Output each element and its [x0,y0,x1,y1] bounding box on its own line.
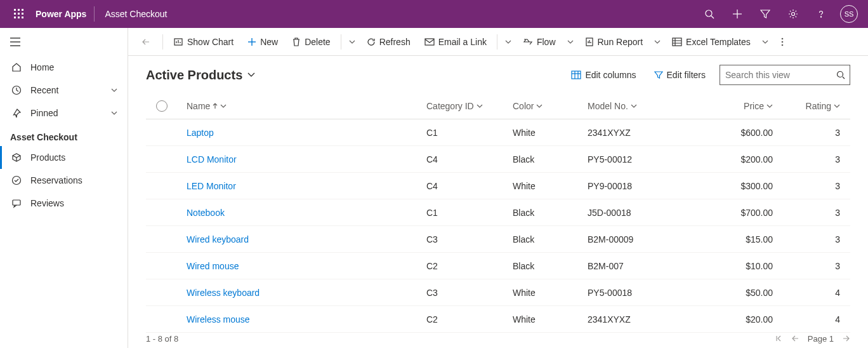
column-category-id[interactable]: Category ID [426,101,513,111]
cell-category-id: C1 [426,128,513,138]
delete-button[interactable]: Delete [286,29,336,55]
cell-price: $300.00 [707,181,789,191]
svg-rect-1 [18,9,20,11]
delete-dropdown[interactable] [345,29,359,55]
svg-rect-6 [14,17,16,18]
new-button[interactable]: New [241,29,284,55]
pager: Page 1 [775,334,850,344]
separator [341,34,341,50]
svg-point-13 [792,13,795,16]
table-row[interactable]: NotebookC1BlackJ5D-00018$700.003 [146,199,850,226]
edit-filters-button[interactable]: Edit filters [650,67,709,83]
table-row[interactable]: Wireless keyboardC3WhitePY5-00018$50.004 [146,279,850,306]
filter-icon[interactable] [751,0,779,28]
cell-color: White [513,288,588,298]
filter-icon [654,70,663,79]
table-row[interactable]: Wired mouseC2BlackB2M-007$10.003 [146,253,850,279]
cell-color: Black [513,208,588,218]
view-title[interactable]: Active Products [146,68,255,83]
search-view[interactable] [720,65,850,85]
table-row[interactable]: LED MonitorC4WhitePY9-00018$300.003 [146,173,850,199]
svg-point-27 [781,37,783,39]
first-page-icon[interactable] [775,335,782,342]
show-chart-button[interactable]: Show Chart [167,29,240,55]
view-header: Active Products Edit columns Edit filter… [128,56,868,93]
command-bar: Show Chart New Delete Refresh Email a Li… [128,28,868,56]
cell-rating: 3 [789,181,850,191]
cell-color: White [513,128,588,138]
table-row[interactable]: LCD MonitorC4BlackPY5-00012$200.003 [146,146,850,173]
table-row[interactable]: Wired keyboardC3BlackB2M-00009$15.003 [146,226,850,253]
email-link-button[interactable]: Email a Link [418,29,493,55]
flow-dropdown[interactable] [563,29,577,55]
row-name-link[interactable]: LED Monitor [187,181,236,191]
row-name-link[interactable]: Wired keyboard [187,234,249,244]
columns-icon [571,70,581,79]
column-price[interactable]: Price [707,101,789,111]
row-name-link[interactable]: LCD Monitor [187,154,237,164]
column-model-no[interactable]: Model No. [588,101,707,111]
excel-dropdown[interactable] [758,29,772,55]
command-label: Excel Templates [686,37,751,47]
cell-color: Black [513,261,588,271]
row-name-link[interactable]: Wireless mouse [187,314,250,325]
add-icon[interactable] [723,0,751,28]
cell-rating: 3 [789,234,850,244]
svg-rect-2 [22,9,23,11]
table-row[interactable]: LaptopC1White2341XYXZ$600.003 [146,119,850,146]
hamburger-icon[interactable] [0,28,128,56]
sidebar-item-reservations[interactable]: Reservations [0,169,128,192]
chevron-down-icon [631,104,637,108]
grid-footer: 1 - 8 of 8 Page 1 [146,329,850,348]
cell-category-id: C4 [426,154,513,164]
sidebar-item-reviews[interactable]: Reviews [0,192,128,215]
column-rating[interactable]: Rating [789,101,850,111]
global-header: Power Apps Asset Checkout SS [0,0,868,28]
row-name-link[interactable]: Wired mouse [187,261,239,271]
cell-model-no: J5D-00018 [588,208,707,218]
excel-templates-button[interactable]: Excel Templates [666,29,757,55]
sidebar-item-label: Reservations [30,175,82,185]
row-name-link[interactable]: Wireless keyboard [187,288,260,298]
excel-icon [672,37,682,46]
svg-line-35 [843,77,845,79]
prev-page-icon[interactable] [791,335,799,342]
data-grid: Name Category ID Color Model No. Price R… [128,93,868,333]
edit-columns-button[interactable]: Edit columns [567,67,640,83]
refresh-button[interactable]: Refresh [360,29,417,55]
chevron-down-icon [220,104,227,108]
more-commands[interactable] [777,29,787,55]
help-icon[interactable] [807,0,835,28]
command-label: Email a Link [438,37,487,47]
column-name[interactable]: Name [178,101,426,111]
row-name-link[interactable]: Laptop [187,128,214,138]
back-button[interactable] [133,29,159,55]
view-title-text: Active Products [146,68,242,83]
column-color[interactable]: Color [513,101,588,111]
sidebar-item-home[interactable]: Home [0,56,128,79]
row-status: 1 - 8 of 8 [146,334,178,344]
email-dropdown[interactable] [501,29,515,55]
cell-color: Black [513,234,588,244]
svg-rect-0 [14,9,16,11]
report-dropdown[interactable] [650,29,664,55]
table-header: Name Category ID Color Model No. Price R… [146,93,850,119]
sidebar-item-recent[interactable]: Recent [0,79,128,102]
svg-rect-20 [13,200,20,205]
separator [497,34,497,50]
gear-icon[interactable] [779,0,807,28]
report-icon [585,37,594,46]
search-input[interactable] [725,70,836,80]
sidebar-item-pinned[interactable]: Pinned [0,102,128,124]
waffle-icon[interactable] [5,0,33,28]
plus-icon [247,37,256,46]
search-icon[interactable] [695,0,723,28]
next-page-icon[interactable] [843,335,850,342]
row-name-link[interactable]: Notebook [187,208,225,218]
avatar[interactable]: SS [840,5,858,23]
sidebar-item-products[interactable]: Products [0,146,128,169]
select-all-checkbox[interactable] [156,100,168,112]
flow-button[interactable]: Flow [516,29,562,55]
svg-point-28 [781,41,783,43]
run-report-button[interactable]: Run Report [579,29,650,55]
